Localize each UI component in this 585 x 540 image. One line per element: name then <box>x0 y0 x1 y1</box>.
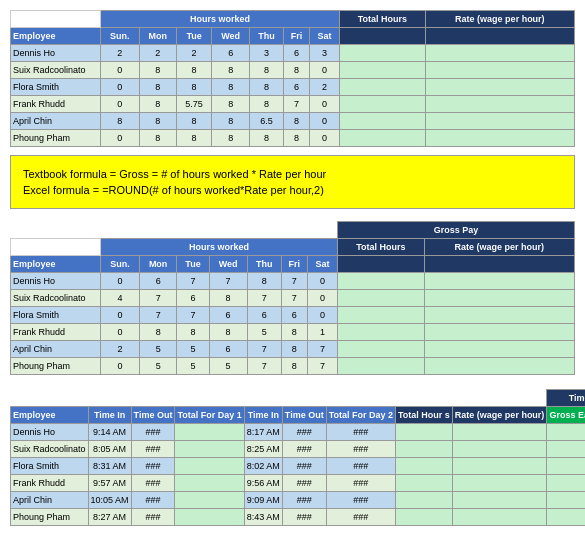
mon-val: 2 <box>139 45 176 62</box>
gross-val <box>547 509 585 526</box>
mon-val: 8 <box>139 130 176 147</box>
total-val <box>338 341 424 358</box>
sun-val: 0 <box>101 324 140 341</box>
employee-name: Phoung Pham <box>11 130 101 147</box>
timeout1-val: ### <box>131 458 175 475</box>
employee-name: April Chin <box>11 492 89 509</box>
wed-val: 5 <box>209 358 247 375</box>
timein1-val: 9:57 AM <box>88 475 131 492</box>
wed-val: 8 <box>212 130 250 147</box>
table-row: Dennis Ho 9:14 AM ### 8:17 AM ### ### <box>11 424 586 441</box>
col-totalday1: Total For Day 1 <box>175 407 244 424</box>
tue-val: 6 <box>177 290 209 307</box>
times-table: Times. Employee Time In Time Out Total F… <box>10 389 585 526</box>
employee-name: Frank Rhudd <box>11 96 101 113</box>
table-row: April Chin 8 8 8 8 6.5 8 0 <box>11 113 575 130</box>
fri-val: 7 <box>283 96 309 113</box>
wed-val: 8 <box>212 113 250 130</box>
times-label: Times. <box>547 390 585 407</box>
table-row: Suix Radcoolinato 0 8 8 8 8 8 0 <box>11 62 575 79</box>
timeout2-val: ### <box>282 424 326 441</box>
col-sat2: Sat <box>308 256 338 273</box>
table-row: April Chin 10:05 AM ### 9:09 AM ### ### <box>11 492 586 509</box>
employee-name: April Chin <box>11 113 101 130</box>
mon-val: 8 <box>139 113 176 130</box>
table-row: Flora Smith 0 8 8 8 8 6 2 <box>11 79 575 96</box>
col-employee2: Employee <box>11 256 101 273</box>
timeout2-val: ### <box>282 492 326 509</box>
wed-val: 7 <box>209 273 247 290</box>
tue-val: 7 <box>177 307 209 324</box>
sat-val: 0 <box>309 96 339 113</box>
table-row: Frank Rhudd 0 8 8 8 5 8 1 <box>11 324 575 341</box>
mon-val: 5 <box>139 341 176 358</box>
total2-val: ### <box>326 492 395 509</box>
sat-val: 0 <box>308 307 338 324</box>
fri-val: 8 <box>283 62 309 79</box>
table-row: April Chin 2 5 5 6 7 8 7 <box>11 341 575 358</box>
mon-val: 6 <box>139 273 176 290</box>
totalhours-val <box>396 475 453 492</box>
wed-val: 6 <box>209 341 247 358</box>
fri-val: 8 <box>281 358 307 375</box>
total2-val: ### <box>326 475 395 492</box>
wed-val: 8 <box>212 96 250 113</box>
col-totalday2: Total For Day 2 <box>326 407 395 424</box>
total2-val: ### <box>326 441 395 458</box>
tue-val: 8 <box>176 113 212 130</box>
rate-val <box>452 441 547 458</box>
total2-val: ### <box>326 458 395 475</box>
tue-val: 7 <box>177 273 209 290</box>
sat-val: 3 <box>309 45 339 62</box>
col-rate2 <box>424 256 574 273</box>
tue-val: 5 <box>177 358 209 375</box>
totalhours-val <box>396 492 453 509</box>
hours-worked-header: Hours worked <box>101 11 340 28</box>
total-val <box>339 113 425 130</box>
table-row: Suix Radcoolinato 8:05 AM ### 8:25 AM ##… <box>11 441 586 458</box>
mon-val: 8 <box>139 62 176 79</box>
sat-val: 1 <box>308 324 338 341</box>
wed-val: 8 <box>209 290 247 307</box>
col-mon: Mon <box>139 28 176 45</box>
totalhours-val <box>396 424 453 441</box>
col-gross: Gross Earnings <box>547 407 585 424</box>
timeout1-val: ### <box>131 492 175 509</box>
employee-name: Frank Rhudd <box>11 324 101 341</box>
total1-val <box>175 424 244 441</box>
sat-val: 0 <box>309 62 339 79</box>
wed-val: 8 <box>209 324 247 341</box>
fri-val: 8 <box>281 324 307 341</box>
employee-name: Frank Rhudd <box>11 475 89 492</box>
tue-val: 2 <box>176 45 212 62</box>
mon-val: 5 <box>139 358 176 375</box>
timein2-val: 8:02 AM <box>244 458 282 475</box>
total1-val <box>175 492 244 509</box>
fri-val: 6 <box>283 45 309 62</box>
sun-val: 0 <box>101 307 140 324</box>
col-timeout2: Time Out <box>282 407 326 424</box>
timeout2-val: ### <box>282 509 326 526</box>
thu-val: 8 <box>249 79 283 96</box>
total-val <box>338 307 424 324</box>
employee-name: Dennis Ho <box>11 424 89 441</box>
rate-val <box>452 424 547 441</box>
gross-val <box>547 492 585 509</box>
employee-name: Dennis Ho <box>11 45 101 62</box>
col-thu: Thu <box>249 28 283 45</box>
fri-val: 7 <box>281 290 307 307</box>
col-sun2: Sun. <box>101 256 140 273</box>
rate-val <box>425 96 574 113</box>
col-timeout1: Time Out <box>131 407 175 424</box>
employee-name: Flora Smith <box>11 307 101 324</box>
sun-val: 8 <box>101 113 140 130</box>
rate-val <box>424 358 574 375</box>
employee-name: Phoung Pham <box>11 509 89 526</box>
timein1-val: 9:14 AM <box>88 424 131 441</box>
total2-val: ### <box>326 424 395 441</box>
employee-name: Phoung Pham <box>11 358 101 375</box>
sun-val: 0 <box>101 273 140 290</box>
sat-val: 2 <box>309 79 339 96</box>
col-tue: Tue <box>176 28 212 45</box>
timeout1-val: ### <box>131 509 175 526</box>
